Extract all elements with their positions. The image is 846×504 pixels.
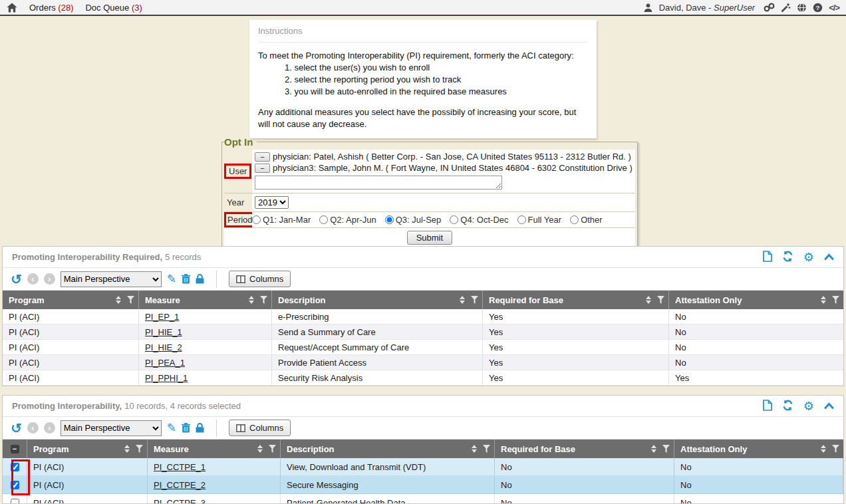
column-header-measure[interactable]: Measure [139,291,272,309]
sort-icon[interactable] [116,296,121,304]
measure-link[interactable]: PI_HIE_1 [145,327,182,337]
filter-icon[interactable] [832,445,839,453]
submit-button[interactable]: Submit [407,231,452,245]
columns-button[interactable]: Columns [229,271,291,287]
row-checkbox[interactable] [11,463,19,471]
next-icon[interactable]: › [44,273,55,285]
prev-icon[interactable]: ‹ [27,273,39,285]
refresh-icon[interactable] [782,251,793,264]
select-all-checkbox[interactable]: − [11,445,19,453]
nav-orders[interactable]: Orders (28) [29,3,73,13]
collapse-icon[interactable] [824,252,834,262]
user-search-input[interactable] [255,176,502,189]
period-q1-radio[interactable] [252,215,261,224]
filter-icon[interactable] [471,296,478,304]
gear-icon[interactable]: ⚙ [803,401,814,412]
lock-icon[interactable] [196,423,204,433]
row-checkbox[interactable] [11,481,19,489]
column-header-attestation[interactable]: Attestation Only [669,291,843,309]
link-icon[interactable] [764,3,775,12]
user-label-annotation: User [224,164,251,179]
column-header-description[interactable]: Description [281,440,495,458]
column-header-measure[interactable]: Measure [148,440,281,458]
edit-icon[interactable]: ✎ [167,274,176,285]
year-select[interactable]: 2019 [255,196,289,209]
sort-icon[interactable] [651,445,656,453]
columns-button[interactable]: Columns [229,420,291,436]
wand-icon[interactable] [781,3,791,13]
grid-toolbar: ↺ ‹ › Main Perspective ✎ Columns [3,268,843,291]
sort-icon[interactable] [821,296,826,304]
period-other-radio[interactable] [570,215,579,224]
measure-link[interactable]: PI_CCTPE_1 [154,462,206,472]
pi-optional-panel: Promoting Interoperability, 10 records, … [2,395,844,504]
column-header-required[interactable]: Required for Base [483,291,669,309]
column-header-program[interactable]: Program [27,440,148,458]
lock-icon[interactable] [196,274,204,284]
column-header-attestation[interactable]: Attestation Only [674,440,843,458]
filter-icon[interactable] [832,296,839,304]
undo-icon[interactable]: ↺ [11,422,22,434]
filter-icon[interactable] [657,296,664,304]
trash-icon[interactable] [182,274,190,284]
period-q3-radio[interactable] [385,215,394,224]
sort-icon[interactable] [249,296,254,304]
gear-icon[interactable]: ⚙ [803,252,814,263]
remove-user-button[interactable]: − [255,164,270,173]
period-full-year[interactable]: Full Year [517,215,562,225]
period-full-year-radio[interactable] [517,215,526,224]
filter-icon[interactable] [127,296,134,304]
filter-icon[interactable] [136,445,143,453]
measure-link[interactable]: PI_HIE_2 [145,342,182,352]
opt-in-form: Opt In User − physician: Patel, Ashish (… [221,136,638,251]
new-document-icon[interactable] [763,400,772,413]
row-checkbox[interactable] [11,499,19,504]
sort-icon[interactable] [124,445,130,453]
period-q4-radio[interactable] [450,215,458,224]
new-document-icon[interactable] [763,251,772,264]
help-icon[interactable]: ? [813,3,823,13]
code-icon[interactable]: </> [829,3,839,13]
perspective-select[interactable]: Main Perspective [61,420,162,436]
next-icon[interactable]: › [44,422,55,434]
perspective-select[interactable]: Main Perspective [61,271,162,287]
period-q4[interactable]: Q4: Oct-Dec [450,215,508,225]
prev-icon[interactable]: ‹ [27,422,39,434]
period-q2-radio[interactable] [319,215,328,224]
measure-link[interactable]: PI_CCTPE_3 [154,498,206,504]
undo-icon[interactable]: ↺ [11,273,22,285]
period-q2[interactable]: Q2: Apr-Jun [319,215,376,225]
measure-link[interactable]: PI_PEA_1 [145,358,185,368]
column-header-required[interactable]: Required for Base [495,440,674,458]
period-q1[interactable]: Q1: Jan-Mar [252,215,311,225]
home-icon[interactable] [7,3,17,13]
filter-icon[interactable] [260,296,267,304]
period-q3[interactable]: Q3: Jul-Sep [385,215,442,225]
user-menu[interactable]: David, Dave - SuperUser [659,3,756,13]
filter-icon[interactable] [269,445,276,453]
refresh-icon[interactable] [782,400,793,413]
sort-icon[interactable] [821,445,826,453]
cell-description: e-Prescribing [272,309,483,324]
column-header-description[interactable]: Description [272,291,483,309]
nav-doc-queue[interactable]: Doc Queue (3) [85,3,142,13]
sort-icon[interactable] [646,296,651,304]
period-other[interactable]: Other [570,215,603,225]
filter-icon[interactable] [483,445,490,453]
instructions-title: Instructions [258,26,588,43]
column-header-program[interactable]: Program [3,291,139,309]
sort-icon[interactable] [472,445,477,453]
filter-icon[interactable] [662,445,670,453]
sort-icon[interactable] [460,296,465,304]
remove-user-button[interactable]: − [255,152,270,162]
measure-link[interactable]: PI_PPHI_1 [145,373,188,383]
sort-icon[interactable] [257,445,263,453]
globe-icon[interactable] [797,3,807,13]
trash-icon[interactable] [182,423,190,433]
column-header-select-all[interactable]: − [3,440,27,458]
edit-icon[interactable]: ✎ [167,423,176,434]
measure-link[interactable]: PI_EP_1 [145,312,179,322]
collapse-icon[interactable] [824,401,834,411]
measure-link[interactable]: PI_CCTPE_2 [154,480,206,490]
cell-attestation: No [669,340,843,354]
